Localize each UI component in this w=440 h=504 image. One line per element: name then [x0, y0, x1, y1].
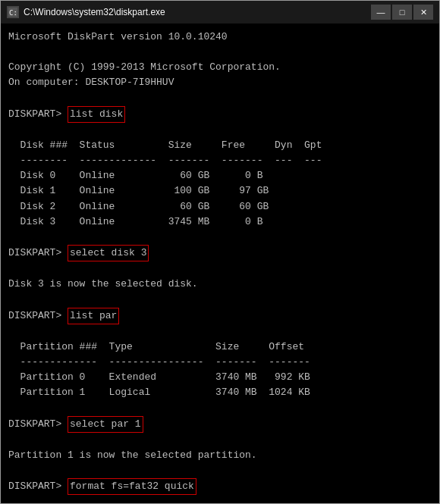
- header-line4: On computer: DESKTOP-7I9HHUV: [8, 75, 432, 90]
- blank9: [8, 433, 432, 448]
- prompt-line-1: DISKPART> list disk: [8, 106, 432, 123]
- prompt4: DISKPART>: [8, 417, 68, 432]
- title-bar-controls: — □ ✕: [371, 5, 433, 20]
- blank5: [8, 261, 432, 277]
- prompt1: DISKPART>: [8, 107, 68, 122]
- blank6: [8, 292, 432, 307]
- close-button[interactable]: ✕: [413, 5, 433, 20]
- par1-row: Partition 1 Logical 3740 MB 1024 KB: [8, 385, 432, 400]
- blank11: [8, 495, 432, 503]
- header-line3: Copyright (C) 1999-2013 Microsoft Corpor…: [8, 60, 432, 75]
- msg2: Partition 1 is now the selected partitio…: [8, 448, 432, 463]
- header-line1: Microsoft DiskPart version 10.0.10240: [8, 30, 432, 45]
- disk1-row: Disk 1 Online 100 GB 97 GB: [8, 183, 432, 199]
- disk0-row: Disk 0 Online 60 GB 0 B: [8, 168, 432, 183]
- blank4: [8, 230, 432, 245]
- cmd3: list par: [68, 308, 119, 324]
- table-sep: -------- ------------- ------- ------- -…: [8, 153, 432, 168]
- window: C: C:\Windows\system32\diskpart.exe — □ …: [0, 0, 440, 504]
- prompt-line-5: DISKPART> format fs=fat32 quick: [8, 478, 432, 495]
- title-bar: C: C:\Windows\system32\diskpart.exe — □ …: [1, 1, 439, 23]
- table-header: Disk ### Status Size Free Dyn Gpt: [8, 138, 432, 153]
- prompt3: DISKPART>: [8, 308, 68, 324]
- cmd2: select disk 3: [68, 245, 149, 261]
- maximize-button[interactable]: □: [392, 5, 412, 20]
- svg-text:C:: C:: [9, 9, 17, 17]
- par-sep: ------------- ---------------- ------- -…: [8, 355, 432, 370]
- window-title: C:\Windows\system32\diskpart.exe: [24, 7, 165, 17]
- blank3: [8, 123, 432, 138]
- blank8: [8, 400, 432, 415]
- title-bar-left: C: C:\Windows\system32\diskpart.exe: [7, 6, 165, 18]
- par0-row: Partition 0 Extended 3740 MB 992 KB: [8, 370, 432, 385]
- disk3-row: Disk 3 Online 3745 MB 0 B: [8, 214, 432, 230]
- prompt-line-4: DISKPART> select par 1: [8, 416, 432, 433]
- prompt-line-3: DISKPART> list par: [8, 308, 432, 324]
- prompt-line-2: DISKPART> select disk 3: [8, 245, 432, 261]
- minimize-button[interactable]: —: [371, 5, 391, 20]
- par-header: Partition ### Type Size Offset: [8, 340, 432, 355]
- blank2: [8, 91, 432, 106]
- blank7: [8, 324, 432, 340]
- terminal-area[interactable]: Microsoft DiskPart version 10.0.10240 Co…: [1, 23, 439, 503]
- blank1: [8, 45, 432, 60]
- prompt2: DISKPART>: [8, 246, 68, 261]
- msg1: Disk 3 is now the selected disk.: [8, 277, 432, 292]
- blank10: [8, 463, 432, 478]
- prompt5: DISKPART>: [8, 479, 68, 494]
- cmd4: select par 1: [68, 416, 143, 433]
- disk2-row: Disk 2 Online 60 GB 60 GB: [8, 199, 432, 214]
- cmd1: list disk: [68, 106, 125, 123]
- terminal-icon: C:: [7, 6, 19, 18]
- cmd5: format fs=fat32 quick: [68, 478, 196, 495]
